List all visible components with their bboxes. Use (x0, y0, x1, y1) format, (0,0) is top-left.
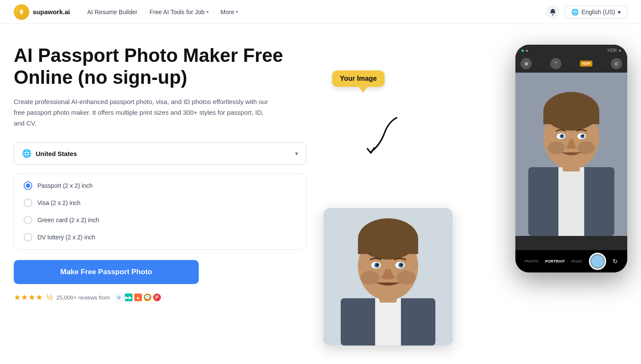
free-ai-tools-chevron: ▾ (206, 9, 209, 14)
radio-visa[interactable]: Visa (2 x 2) inch (24, 199, 296, 207)
producthunt-review-icon: ▶▶ (125, 294, 133, 301)
flip-icon: ⌃ (550, 58, 561, 69)
svg-point-30 (376, 264, 379, 266)
make-passport-photo-button[interactable]: Make Free Passport Photo (14, 260, 199, 284)
svg-point-2 (21, 9, 23, 12)
phone-camera-view: ● HDR ● ⊗ ⌃ HDR ⊙ (515, 45, 627, 272)
more-chevron: ▾ (236, 9, 238, 14)
radio-green-card-circle (24, 216, 32, 224)
svg-point-15 (561, 135, 563, 137)
globe-nav-icon: 🌐 (571, 9, 579, 15)
radio-green-card[interactable]: Green card (2 x 2) inch (24, 216, 296, 224)
radio-visa-circle (24, 199, 32, 207)
logo-link[interactable]: supawork.ai (14, 4, 70, 20)
flash-icon: ⊗ (521, 58, 532, 69)
svg-point-18 (578, 141, 595, 154)
globe-icon: 🌐 (22, 149, 31, 158)
radio-passport[interactable]: Passport (2 x 2) inch (24, 181, 296, 190)
svg-rect-10 (543, 111, 599, 124)
navbar: supawork.ai AI Resume Builder Free AI To… (0, 0, 641, 24)
shutter-button[interactable] (589, 253, 606, 270)
trustpilot-icon: ▲ (134, 294, 142, 301)
half-star: ½ (46, 293, 53, 302)
review-platform-icons: G ▶▶ ▲ 💬 P (115, 294, 161, 301)
cam-photo-mode: PHOTO (525, 259, 539, 263)
nav-free-ai-tools[interactable]: Free AI Tools for Job ▾ (149, 9, 208, 15)
lang-chevron: ▾ (618, 9, 621, 15)
radio-visa-label: Visa (2 x 2) inch (37, 199, 80, 206)
photo-type-options: Passport (2 x 2) inch Visa (2 x 2) inch … (14, 173, 306, 250)
camera-mode-bar: PHOTO PORTRAIT PANO ↻ (515, 250, 627, 272)
radio-dv-lottery-label: DV lottery (2 x 2) inch (37, 234, 96, 241)
reviews-text: 25,000+ reviews from (56, 294, 110, 301)
camera-portrait-preview (515, 73, 627, 236)
hero-description: Create professional AI-enhanced passport… (14, 97, 272, 128)
phone-top-controls: ⊗ ⌃ HDR ⊙ (515, 56, 627, 73)
radio-passport-circle (24, 181, 32, 190)
svg-point-31 (401, 264, 403, 266)
hero-section: AI Passport Photo Maker Free Online (no … (0, 24, 641, 363)
country-selector[interactable]: 🌐 United States ▾ (14, 142, 306, 165)
hdr-badge: HDR (580, 61, 593, 67)
star-rating: ★★★★ (14, 293, 43, 302)
svg-point-33 (397, 271, 416, 284)
chat-icon: 💬 (144, 294, 151, 301)
nav-links: AI Resume Builder Free AI Tools for Job … (87, 9, 238, 15)
settings-cam-icon: ⊙ (611, 58, 622, 69)
svg-point-16 (582, 135, 584, 137)
google-review-icon: G (115, 294, 123, 301)
radio-dv-lottery[interactable]: DV lottery (2 x 2) inch (24, 233, 296, 242)
logo-text: supawork.ai (33, 8, 70, 15)
reviews-row: ★★★★ ½ 25,000+ reviews from G ▶▶ ▲ 💬 P (14, 293, 306, 302)
phone-status-bar: ● HDR ● (515, 45, 627, 56)
passport-result-card (324, 208, 453, 346)
cam-portrait-mode: PORTRAIT (545, 259, 565, 263)
svg-rect-25 (358, 239, 418, 254)
svg-point-3 (552, 14, 554, 15)
nav-right: 🌐 English (US) ▾ (546, 5, 627, 19)
hero-right: Your Image ● HDR ● (324, 45, 627, 346)
svg-point-32 (361, 271, 379, 284)
radio-passport-label: Passport (2 x 2) inch (37, 182, 92, 189)
country-name: United States (36, 150, 77, 157)
logo-icon (14, 4, 29, 20)
language-selector[interactable]: 🌐 English (US) ▾ (565, 6, 627, 18)
radio-dv-lottery-circle (24, 233, 32, 242)
hero-left: AI Passport Photo Maker Free Online (no … (14, 45, 306, 302)
nav-ai-resume[interactable]: AI Resume Builder (87, 9, 138, 15)
arrow-icon (362, 113, 414, 156)
country-chevron: ▾ (295, 150, 298, 157)
nav-more[interactable]: More ▾ (221, 9, 238, 15)
cam-pano-mode: PANO (571, 259, 582, 263)
radio-passport-dot (26, 184, 30, 188)
cam-rotate-icon: ↻ (613, 258, 618, 265)
notification-icon[interactable] (546, 5, 560, 19)
hero-title: AI Passport Photo Maker Free Online (no … (14, 45, 306, 88)
svg-rect-21 (375, 298, 401, 346)
peerspot-icon: P (153, 294, 161, 301)
svg-point-17 (548, 141, 565, 154)
passport-portrait-preview (324, 208, 453, 346)
status-green-dot (521, 49, 524, 52)
svg-rect-6 (558, 167, 584, 236)
speech-bubble: Your Image (332, 70, 385, 87)
radio-green-card-label: Green card (2 x 2) inch (37, 217, 99, 223)
